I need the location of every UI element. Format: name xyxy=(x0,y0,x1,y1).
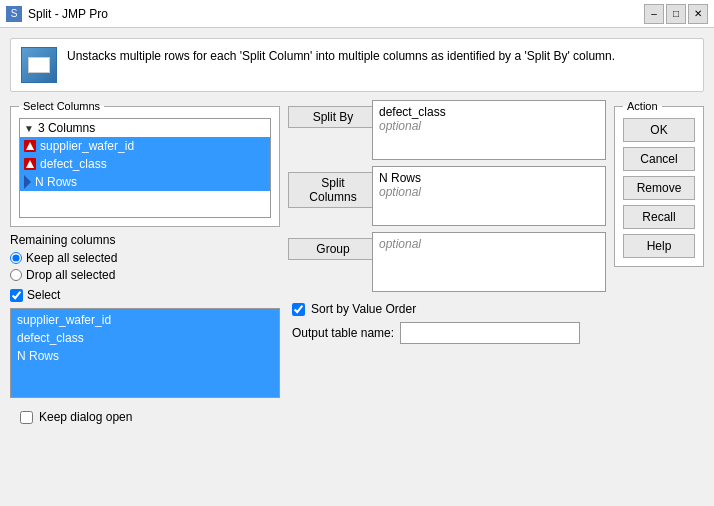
action-legend: Action xyxy=(623,100,662,112)
help-button[interactable]: Help xyxy=(623,234,695,258)
output-table-label: Output table name: xyxy=(292,326,394,340)
ok-button[interactable]: OK xyxy=(623,118,695,142)
column-name: supplier_wafer_id xyxy=(40,139,134,153)
output-row: Output table name: xyxy=(288,322,606,344)
split-by-box[interactable]: defect_class optional xyxy=(372,100,606,160)
expand-arrow: ▼ xyxy=(24,123,34,134)
group-placeholder: optional xyxy=(379,237,599,251)
window-title: Split - JMP Pro xyxy=(28,7,108,21)
keep-dialog-text: Keep dialog open xyxy=(39,410,132,424)
select-checkbox-input[interactable] xyxy=(10,289,23,302)
select-list[interactable]: supplier_wafer_id defect_class N Rows xyxy=(10,308,280,398)
select-list-item: supplier_wafer_id xyxy=(13,311,277,329)
split-columns-box[interactable]: N Rows optional xyxy=(372,166,606,226)
red-icon xyxy=(24,158,36,170)
select-list-item: defect_class xyxy=(13,329,277,347)
radio-keep[interactable]: Keep all selected xyxy=(10,251,280,265)
main-content: Unstacks multiple rows for each 'Split C… xyxy=(0,28,714,434)
maximize-button[interactable]: □ xyxy=(666,4,686,24)
group-row: Group optional xyxy=(288,232,606,292)
output-table-input[interactable] xyxy=(400,322,580,344)
sort-checkbox-row: Sort by Value Order xyxy=(288,302,606,316)
columns-parent-row: ▼ 3 Columns xyxy=(20,119,270,137)
window-icon: S xyxy=(6,6,22,22)
split-columns-value: N Rows xyxy=(379,171,599,185)
list-item[interactable]: defect_class xyxy=(20,155,270,173)
column-list: supplier_wafer_id defect_class N Rows xyxy=(20,137,270,191)
split-by-button[interactable]: Split By xyxy=(288,106,378,128)
left-panel: Select Columns ▼ 3 Columns supplier_wafe… xyxy=(10,100,280,398)
bottom-row: Keep dialog open xyxy=(10,406,704,424)
radio-group: Keep all selected Drop all selected xyxy=(10,251,280,282)
columns-parent-label: 3 Columns xyxy=(38,121,95,135)
red-icon xyxy=(24,140,36,152)
group-button[interactable]: Group xyxy=(288,238,378,260)
cancel-button[interactable]: Cancel xyxy=(623,147,695,171)
column-name: defect_class xyxy=(40,157,107,171)
remaining-label: Remaining columns xyxy=(10,233,280,247)
close-button[interactable]: ✕ xyxy=(688,4,708,24)
select-columns-legend: Select Columns xyxy=(19,100,104,112)
keep-dialog-label[interactable]: Keep dialog open xyxy=(20,410,132,424)
split-columns-placeholder: optional xyxy=(379,185,599,199)
middle-panel: Split By defect_class optional Split Col… xyxy=(288,100,606,398)
svg-marker-1 xyxy=(26,160,34,168)
select-columns-fieldset: Select Columns ▼ 3 Columns supplier_wafe… xyxy=(10,100,280,227)
sort-checkbox-text: Sort by Value Order xyxy=(311,302,416,316)
radio-keep-label: Keep all selected xyxy=(26,251,117,265)
radio-drop-label: Drop all selected xyxy=(26,268,115,282)
radio-drop[interactable]: Drop all selected xyxy=(10,268,280,282)
keep-dialog-checkbox[interactable] xyxy=(20,411,33,424)
action-fieldset: Action OK Cancel Remove Recall Help xyxy=(614,100,704,267)
blue-icon xyxy=(24,175,31,189)
panels: Select Columns ▼ 3 Columns supplier_wafe… xyxy=(10,100,704,398)
remove-button[interactable]: Remove xyxy=(623,176,695,200)
column-name: N Rows xyxy=(35,175,77,189)
split-icon xyxy=(21,47,57,83)
recall-button[interactable]: Recall xyxy=(623,205,695,229)
select-checkbox-label: Select xyxy=(27,288,60,302)
split-columns-row: Split Columns N Rows optional xyxy=(288,166,606,226)
radio-drop-input[interactable] xyxy=(10,269,22,281)
title-bar: S Split - JMP Pro – □ ✕ xyxy=(0,0,714,28)
list-item[interactable]: N Rows xyxy=(20,173,270,191)
remaining-section: Remaining columns Keep all selected Drop… xyxy=(10,233,280,398)
svg-marker-0 xyxy=(26,142,34,150)
description-box: Unstacks multiple rows for each 'Split C… xyxy=(10,38,704,92)
list-item[interactable]: supplier_wafer_id xyxy=(20,137,270,155)
split-columns-button[interactable]: Split Columns xyxy=(288,172,378,208)
select-list-item: N Rows xyxy=(13,347,277,365)
group-box[interactable]: optional xyxy=(372,232,606,292)
column-tree[interactable]: ▼ 3 Columns supplier_wafer_id xyxy=(19,118,271,218)
split-by-row: Split By defect_class optional xyxy=(288,100,606,160)
select-checkbox[interactable]: Select xyxy=(10,288,280,302)
action-buttons: OK Cancel Remove Recall Help xyxy=(623,118,695,258)
sort-checkbox-input[interactable] xyxy=(292,303,305,316)
radio-keep-input[interactable] xyxy=(10,252,22,264)
description-text: Unstacks multiple rows for each 'Split C… xyxy=(67,47,615,65)
split-by-placeholder: optional xyxy=(379,119,599,133)
split-by-value: defect_class xyxy=(379,105,599,119)
minimize-button[interactable]: – xyxy=(644,4,664,24)
sort-checkbox-label[interactable]: Sort by Value Order xyxy=(292,302,416,316)
right-panel: Action OK Cancel Remove Recall Help xyxy=(614,100,704,398)
